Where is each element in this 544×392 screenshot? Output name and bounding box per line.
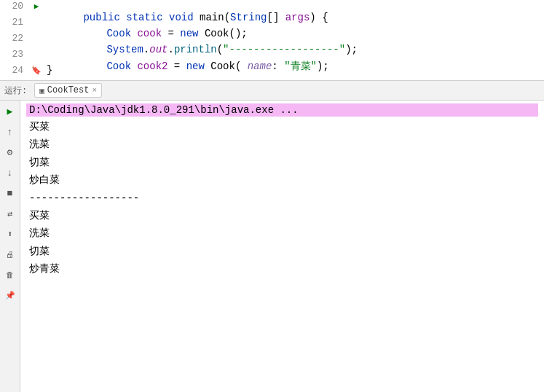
line-gutter-20: ▶ <box>29 1 44 11</box>
output-line-2: 切菜 <box>26 154 538 171</box>
run-bar: 运行: ▣ CookTest × <box>0 80 544 101</box>
output-content: D:\Coding\Java\jdk1.8.0_291\bin\java.exe… <box>20 101 544 392</box>
settings-button[interactable]: ⚙ <box>2 144 18 160</box>
run-button[interactable]: ▶ <box>2 103 18 119</box>
output-line-1: 洗菜 <box>26 136 538 153</box>
output-line-0: 买菜 <box>26 118 538 136</box>
output-line-8: 炒青菜 <box>26 260 538 278</box>
line-number-23: 23 <box>0 49 29 60</box>
run-tab-icon: ▣ <box>39 86 44 95</box>
up-button[interactable]: ↑ <box>2 124 18 140</box>
line-content-24: } <box>44 64 544 76</box>
rerun-button[interactable]: ⇄ <box>2 205 18 222</box>
code-line-22: 22 System.out.println("-----------------… <box>0 32 544 48</box>
line-number-21: 21 <box>0 17 29 28</box>
code-line-24: 24 🔖 } <box>0 64 544 80</box>
run-label: 运行: <box>4 85 27 97</box>
code-line-21: 21 Cook cook = new Cook(); <box>0 16 544 32</box>
output-line-5: 买菜 <box>26 207 538 224</box>
line-number-24: 24 <box>0 65 29 76</box>
print-button[interactable]: 🖨 <box>2 246 18 262</box>
output-line-7: 切菜 <box>26 243 538 260</box>
clear-button[interactable]: 🗑 <box>2 267 18 283</box>
run-tab-cooktest[interactable]: ▣ CookTest × <box>34 83 102 98</box>
exec-line: D:\Coding\Java\jdk1.8.0_291\bin\java.exe… <box>26 103 538 117</box>
code-editor: 20 ▶ public static void main(String[] ar… <box>0 0 544 80</box>
line-gutter-24: 🔖 <box>29 66 44 75</box>
output-line-6: 洗菜 <box>26 224 538 242</box>
bookmark-icon: 🔖 <box>31 66 42 75</box>
down-button[interactable]: ↓ <box>2 165 18 181</box>
output-line-3: 炒白菜 <box>26 171 538 189</box>
code-line-23: 23 Cook cook2 = new Cook( name: "青菜"); <box>0 48 544 64</box>
debug-arrow-icon: ▶ <box>34 1 39 11</box>
output-separator: ------------------ <box>26 189 538 207</box>
output-panel: ▶ ↑ ⚙ ↓ ■ ⇄ ⬆ 🖨 🗑 📌 D:\Coding\Java\jdk1.… <box>0 101 544 392</box>
code-line-20: 20 ▶ public static void main(String[] ar… <box>0 0 544 16</box>
stop-button[interactable]: ■ <box>2 185 18 201</box>
run-tab-name: CookTest <box>47 85 90 95</box>
line-number-20: 20 <box>0 1 29 12</box>
output-toolbar: ▶ ↑ ⚙ ↓ ■ ⇄ ⬆ 🖨 🗑 📌 <box>0 101 20 392</box>
line-number-22: 22 <box>0 33 29 44</box>
scroll-up-button[interactable]: ⬆ <box>2 226 18 242</box>
run-tab-close[interactable]: × <box>92 86 97 95</box>
pin-button[interactable]: 📌 <box>2 287 18 303</box>
